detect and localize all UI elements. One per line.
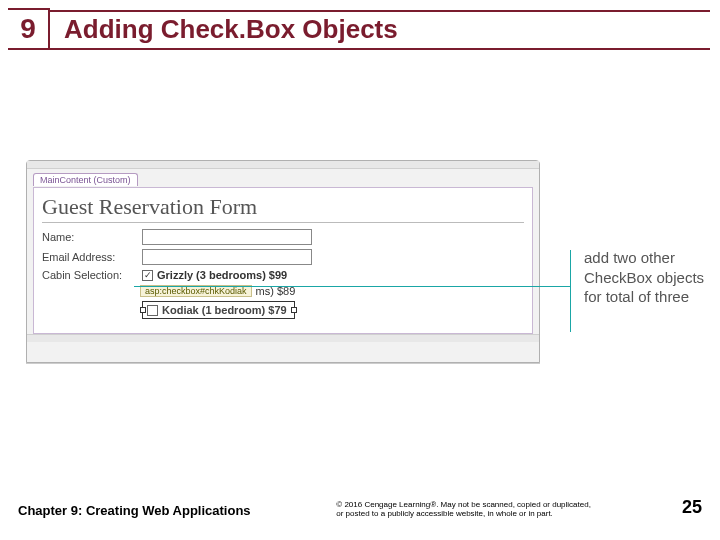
label-cabin: Cabin Selection: (42, 269, 142, 281)
checkbox-kodiak-selected[interactable]: Kodiak (1 bedroom) $79 (142, 301, 295, 319)
row-name: Name: (42, 229, 524, 245)
torn-edge-bottom (27, 334, 539, 342)
label-name: Name: (42, 231, 142, 243)
header-rule-bottom (50, 48, 710, 50)
checkbox-grizzly[interactable]: ✓ Grizzly (3 bedrooms) $99 (142, 269, 295, 281)
form-container: Guest Reservation Form Name: Email Addre… (33, 187, 533, 334)
checkbox-icon (147, 305, 158, 316)
content-region-tab: MainContent (Custom) (33, 173, 138, 186)
label-email: Email Address: (42, 251, 142, 263)
annotation-text: add two other CheckBox objects for total… (584, 248, 720, 307)
callout-line-horizontal (134, 286, 570, 287)
form-title: Guest Reservation Form (42, 194, 524, 220)
callout-line-vertical (570, 250, 571, 332)
footer: Chapter 9: Creating Web Applications © 2… (18, 497, 702, 518)
designer-panel: MainContent (Custom) Guest Reservation F… (26, 160, 540, 363)
row-email: Email Address: (42, 249, 524, 265)
figure: MainContent (Custom) Guest Reservation F… (26, 160, 696, 363)
chapter-number: 9 (20, 13, 36, 45)
torn-edge-top (27, 161, 539, 169)
divider (42, 222, 524, 223)
checkbox-icon: ✓ (142, 270, 153, 281)
slide-title: Adding Check.Box Objects (50, 8, 398, 45)
page-number: 25 (682, 497, 702, 518)
slide-header: 9 Adding Check.Box Objects (0, 0, 720, 50)
checkbox-label-grizzly: Grizzly (3 bedrooms) $99 (157, 269, 287, 281)
footer-chapter: Chapter 9: Creating Web Applications (18, 503, 251, 518)
checkbox-label-kodiak: Kodiak (1 bedroom) $79 (162, 304, 287, 316)
chapter-number-box: 9 (8, 8, 50, 50)
email-input[interactable] (142, 249, 312, 265)
header-rule-top (50, 10, 710, 12)
cabin-options: ✓ Grizzly (3 bedrooms) $99 asp:checkbox#… (142, 269, 295, 319)
footer-copyright: © 2016 Cengage Learning®. May not be sca… (336, 500, 596, 518)
row-cabin: Cabin Selection: ✓ Grizzly (3 bedrooms) … (42, 269, 524, 319)
name-input[interactable] (142, 229, 312, 245)
